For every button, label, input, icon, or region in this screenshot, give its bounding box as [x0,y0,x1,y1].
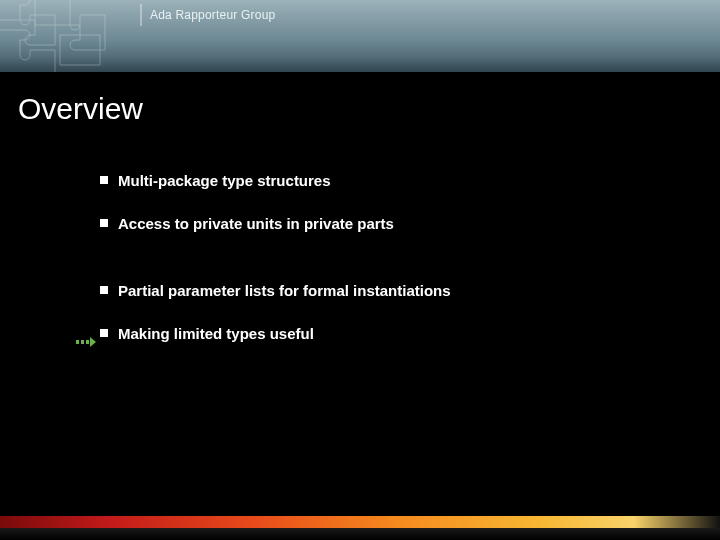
bullet-text: Making limited types useful [118,325,314,342]
footer-gradient-bar [0,516,720,528]
bullet-square-icon [100,176,108,184]
bullet-list: Multi-package type structures Access to … [100,172,660,368]
bullet-item: Access to private units in private parts [100,215,660,232]
bullet-text: Multi-package type structures [118,172,331,189]
puzzle-decoration [0,0,170,72]
footer-shadow [0,528,720,540]
slide-title: Overview [18,92,143,126]
highlight-arrow-icon [76,335,96,349]
svg-rect-1 [81,340,84,344]
header-divider [140,4,142,26]
bullet-item: Making limited types useful [100,325,660,342]
bullet-text: Partial parameter lists for formal insta… [118,282,451,299]
header-group-label: Ada Rapporteur Group [150,8,275,22]
bullet-text: Access to private units in private parts [118,215,394,232]
bullet-square-icon [100,286,108,294]
bullet-item: Multi-package type structures [100,172,660,189]
header-background: Ada Rapporteur Group [0,0,720,72]
bullet-square-icon [100,329,108,337]
slide: Ada Rapporteur Group Overview Multi-pack… [0,0,720,540]
svg-rect-0 [76,340,79,344]
svg-rect-2 [86,340,89,344]
bullet-item: Partial parameter lists for formal insta… [100,282,660,299]
bullet-square-icon [100,219,108,227]
